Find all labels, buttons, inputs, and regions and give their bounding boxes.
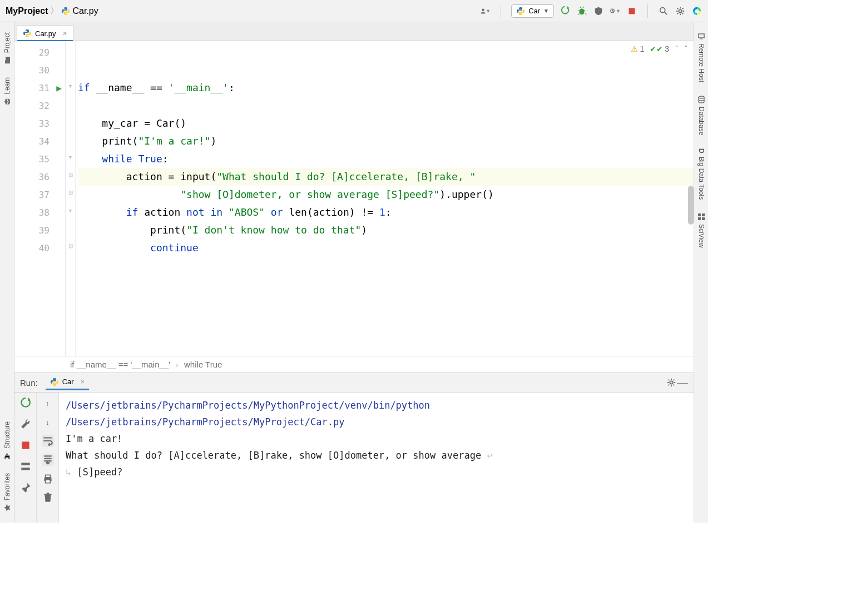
print-icon[interactable] — [42, 473, 54, 485]
code-line[interactable]: "show [O]dometer, or show average [S]pee… — [78, 186, 694, 203]
structure-tool-button[interactable]: Structure — [3, 415, 11, 466]
rerun-icon[interactable] — [19, 397, 32, 409]
gutter-line[interactable]: 32 — [14, 97, 65, 115]
editor-tab-car[interactable]: Car.py × — [17, 25, 73, 41]
fold-handle[interactable]: ⊟ — [66, 183, 75, 201]
run-button[interactable] — [560, 6, 571, 17]
code-line[interactable]: if action not in "ABOS" or len(action) !… — [78, 203, 694, 221]
breadcrumb-item[interactable]: while True — [184, 360, 222, 369]
breadcrumb-project[interactable]: MyProject — [6, 6, 48, 16]
breadcrumb-file[interactable]: Car.py — [61, 6, 98, 16]
ide-logo-icon[interactable] — [691, 6, 703, 17]
code-line[interactable] — [78, 97, 694, 115]
run-label: Run: — [20, 378, 38, 388]
run-gutter-icon[interactable]: ▶ — [56, 83, 62, 93]
user-icon[interactable]: ▼ — [479, 6, 491, 17]
code-line[interactable] — [78, 43, 694, 61]
warning-count: 1 — [640, 44, 644, 53]
wrench-icon[interactable] — [19, 418, 32, 430]
favorites-tool-button[interactable]: Favorites — [3, 466, 11, 518]
fold-handle[interactable] — [66, 41, 75, 59]
gutter-line[interactable]: 36 — [14, 168, 65, 186]
code-line[interactable]: if __name__ == '__main__': — [78, 79, 694, 97]
code-line[interactable]: continue — [78, 239, 694, 257]
settings-icon[interactable] — [666, 377, 677, 388]
close-icon[interactable]: × — [81, 377, 85, 386]
fold-handle[interactable]: ▾ — [66, 148, 75, 166]
gutter-line[interactable]: 33 — [14, 115, 65, 132]
stop-icon[interactable] — [19, 439, 32, 451]
gutter-line[interactable]: 30 — [14, 61, 65, 79]
fold-handle[interactable] — [66, 95, 75, 112]
coverage-button[interactable] — [593, 6, 604, 17]
gutter-line[interactable]: 35 — [14, 150, 65, 168]
fold-handle[interactable]: ⊟ — [66, 237, 75, 255]
up-icon[interactable]: ↑ — [42, 397, 54, 409]
gutter-line[interactable]: 40 — [14, 239, 65, 257]
gutter-line[interactable]: 38 — [14, 203, 65, 221]
dropdown-icon: ▼ — [543, 8, 549, 14]
project-tool-button[interactable]: Project — [3, 26, 11, 71]
fold-handle[interactable] — [66, 219, 75, 237]
stop-button[interactable] — [626, 6, 637, 17]
breadcrumb-file-label: Car.py — [72, 6, 98, 16]
svg-point-4 — [660, 7, 665, 12]
left-tool-rail: Project Learn Structure Favorites — [0, 22, 14, 523]
fold-handle[interactable] — [66, 112, 75, 130]
code-line[interactable]: print("I'm a car!") — [78, 132, 694, 150]
fold-handle[interactable]: ▾ — [66, 77, 75, 95]
gutter-line[interactable]: 34 — [14, 132, 65, 150]
code-area[interactable]: if __name__ == '__main__': my_car = Car(… — [76, 41, 694, 356]
fold-handle[interactable] — [66, 130, 75, 148]
code-line[interactable]: while True: — [78, 150, 694, 168]
learn-tool-button[interactable]: Learn — [3, 71, 11, 112]
code-line[interactable]: print("I don't know how to do that") — [78, 221, 694, 239]
editor-inspection-widget[interactable]: ⚠1 ✔✔3 ˄ ˅ — [631, 44, 688, 53]
warning-indicator[interactable]: ⚠1 — [631, 44, 644, 53]
close-icon[interactable]: × — [63, 29, 67, 38]
code-editor[interactable]: 293031▶323334353637383940 ▾▾⊟⊟▾⊟ if __na… — [14, 41, 694, 356]
editor-breadcrumbs[interactable]: if __name__ == '__main__' › while True — [14, 356, 694, 372]
scrollbar-thumb[interactable] — [688, 186, 694, 225]
run-tab-car[interactable]: Car × — [46, 375, 90, 390]
code-line[interactable]: action = input("What should I do? [A]cce… — [78, 168, 694, 186]
run-config-selector[interactable]: Car ▼ — [511, 4, 554, 18]
python-icon — [516, 7, 525, 16]
remote-host-button[interactable]: Remote Host — [697, 26, 705, 89]
breadcrumb-item[interactable]: if __name__ == '__main__' — [70, 360, 170, 369]
fold-column[interactable]: ▾▾⊟⊟▾⊟ — [66, 41, 76, 356]
database-button[interactable]: Database — [697, 89, 705, 142]
editor-tabs: Car.py × — [14, 22, 694, 41]
next-highlight-icon[interactable]: ˅ — [684, 44, 688, 53]
settings-icon[interactable] — [675, 6, 686, 17]
console-line: /Users/jetbrains/PycharmProjects/MyPytho… — [66, 397, 687, 414]
gutter-line[interactable]: 29 — [14, 43, 65, 61]
pin-icon[interactable] — [19, 481, 32, 494]
problems-indicator[interactable]: ✔✔3 — [650, 44, 669, 53]
svg-rect-19 — [702, 213, 705, 216]
console-output[interactable]: /Users/jetbrains/PycharmProjects/MyPytho… — [59, 393, 694, 523]
gutter-line[interactable]: 37 — [14, 186, 65, 203]
down-icon[interactable]: ↓ — [42, 416, 54, 428]
gutter-line[interactable]: 39 — [14, 221, 65, 239]
search-icon[interactable] — [658, 6, 669, 17]
gutter-line[interactable]: 31▶ — [14, 79, 65, 97]
debug-button[interactable] — [576, 6, 587, 17]
fold-handle[interactable]: ▾ — [66, 201, 75, 219]
trash-icon[interactable] — [42, 491, 54, 504]
scroll-end-icon[interactable] — [42, 454, 54, 466]
code-line[interactable]: my_car = Car() — [78, 115, 694, 132]
prev-highlight-icon[interactable]: ˄ — [675, 44, 679, 53]
profile-button[interactable]: ▼ — [610, 6, 621, 17]
hide-icon[interactable]: — — [677, 377, 688, 388]
svg-rect-7 — [8, 458, 10, 459]
bigdata-button[interactable]: D Big Data Tools — [697, 142, 705, 206]
sciview-button[interactable]: SciView — [697, 206, 705, 254]
fold-handle[interactable] — [66, 59, 75, 77]
layout-icon[interactable] — [19, 460, 32, 473]
code-line[interactable] — [78, 61, 694, 79]
console-line: I'm a car! — [66, 430, 687, 447]
soft-wrap-icon[interactable] — [42, 435, 54, 447]
fold-handle[interactable]: ⊟ — [66, 166, 75, 183]
python-icon — [50, 377, 59, 386]
